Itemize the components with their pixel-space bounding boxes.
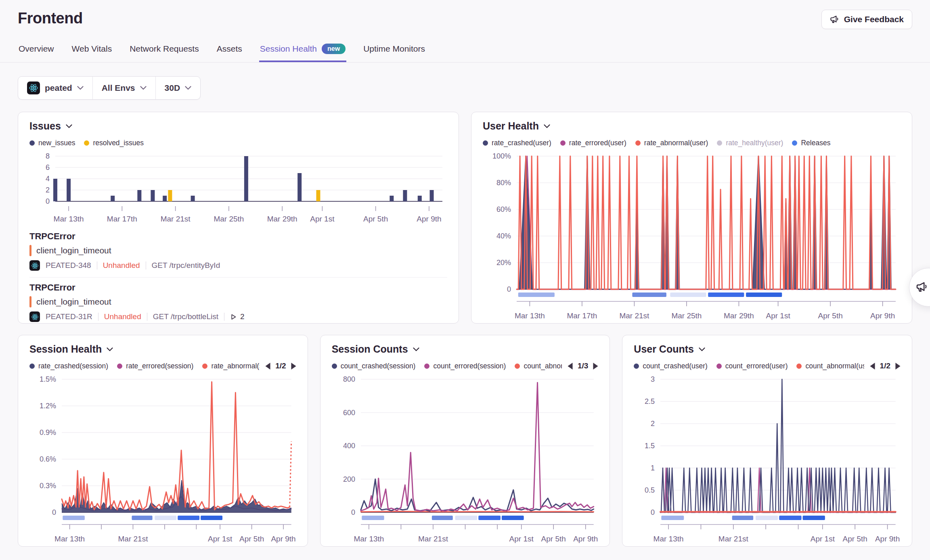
tab-uptime-monitors[interactable]: Uptime Monitors — [362, 40, 426, 62]
user-counts-panel: User Counts count_crashed(user) count_er… — [622, 335, 912, 547]
legend-item-count-abnormal-user[interactable]: count_abnormal(user) — [796, 362, 864, 370]
issues-bar-chart[interactable]: 02468Mar 13thMar 17thMar 21stMar 25thMar… — [29, 150, 447, 226]
svg-text:1.5: 1.5 — [645, 442, 655, 450]
issue-row[interactable]: TRPCError client_login_timeout PEATED-34… — [29, 226, 447, 278]
svg-text:Apr 1st: Apr 1st — [509, 535, 534, 543]
divider — [147, 313, 147, 321]
user-counts-legend: count_crashed(user) count_errored(user) … — [634, 361, 901, 371]
svg-text:Apr 5th: Apr 5th — [363, 215, 388, 223]
project-selector[interactable]: peated — [18, 77, 92, 99]
user-counts-panel-title-dropdown[interactable]: User Counts — [634, 343, 901, 355]
issue-row[interactable]: TRPCError client_login_timeout PEATED-31… — [29, 278, 447, 324]
svg-text:400: 400 — [343, 442, 355, 450]
svg-text:0.6%: 0.6% — [40, 455, 56, 463]
page-filter-bar: peated All Envs 30D — [18, 76, 201, 100]
svg-text:Apr 9th: Apr 9th — [875, 535, 900, 543]
svg-text:100%: 100% — [492, 152, 511, 160]
svg-text:600: 600 — [343, 409, 355, 417]
legend-item-rate-errored-user[interactable]: rate_errored(user) — [560, 139, 626, 147]
series-color-dot — [635, 140, 641, 146]
legend-item-count-errored-session[interactable]: count_errored(session) — [424, 362, 506, 370]
series-color-dot — [84, 140, 89, 146]
legend-item-releases[interactable]: Releases — [792, 139, 830, 147]
legend-item-rate-healthy-user[interactable]: rate_healthy(user) — [717, 139, 783, 147]
issue-transaction: GET /trpc/bottleList — [153, 312, 218, 321]
environment-selector[interactable]: All Envs — [92, 77, 155, 99]
chevron-down-icon — [107, 347, 113, 351]
divider — [224, 313, 224, 321]
svg-text:0.3%: 0.3% — [40, 482, 56, 490]
divider — [146, 261, 146, 270]
tab-bar: Overview Web Vitals Network Requests Ass… — [0, 40, 930, 63]
frontend-insights-page: Frontend Give Feedback Overview Web Vita… — [0, 0, 930, 547]
svg-text:Mar 25th: Mar 25th — [671, 311, 702, 320]
chevron-down-icon — [544, 124, 550, 128]
svg-text:80%: 80% — [496, 179, 511, 187]
give-feedback-button[interactable]: Give Feedback — [821, 10, 912, 29]
environment-selector-value: All Envs — [102, 83, 135, 93]
user-health-panel-title-dropdown[interactable]: User Health — [483, 120, 901, 132]
svg-text:Mar 13th: Mar 13th — [54, 215, 84, 223]
panel-title: User Health — [483, 120, 539, 132]
svg-text:2: 2 — [651, 420, 655, 428]
legend-item-resolved-issues[interactable]: resolved_issues — [84, 139, 143, 147]
pager-next-icon[interactable] — [291, 363, 296, 370]
page-header: Frontend Give Feedback — [18, 0, 912, 29]
pager-next-icon[interactable] — [593, 363, 598, 370]
legend-item-rate-abnormal-user[interactable]: rate_abnormal(user) — [635, 139, 708, 147]
user-counts-line-chart[interactable]: 00.511.522.53Mar 13thMar 21stApr 1stApr … — [634, 374, 901, 546]
tab-assets[interactable]: Assets — [216, 40, 243, 62]
legend-item-rate-crashed-user[interactable]: rate_crashed(user) — [483, 139, 551, 147]
tab-overview[interactable]: Overview — [18, 40, 55, 62]
legend-pager: 1/3 — [568, 361, 598, 370]
issue-type: TRPCError — [29, 282, 447, 293]
new-badge: new — [322, 44, 346, 54]
legend-item-count-crashed-session[interactable]: count_crashed(session) — [332, 362, 416, 370]
svg-text:0: 0 — [46, 197, 50, 205]
issues-panel-title-dropdown[interactable]: Issues — [29, 120, 447, 132]
svg-text:Apr 5th: Apr 5th — [843, 535, 867, 543]
legend-item-new-issues[interactable]: new_issues — [29, 139, 75, 147]
panel-title: Session Health — [29, 343, 102, 355]
series-color-dot — [202, 364, 207, 369]
pager-prev-icon[interactable] — [568, 363, 573, 370]
session-health-panel-title-dropdown[interactable]: Session Health — [29, 343, 296, 355]
legend-item-rate-errored-session[interactable]: rate_errored(session) — [117, 362, 193, 370]
legend-item-count-crashed-user[interactable]: count_crashed(user) — [634, 362, 708, 370]
series-color-dot — [796, 364, 802, 369]
tab-network-requests[interactable]: Network Requests — [129, 40, 200, 62]
date-range-selector[interactable]: 30D — [155, 77, 201, 99]
tab-web-vitals[interactable]: Web Vitals — [71, 40, 113, 62]
issue-short-id: PEATED-348 — [46, 261, 91, 270]
issue-message: client_login_timeout — [36, 246, 111, 255]
legend-item-rate-abnormal-session[interactable]: rate_abnormal(session) — [202, 362, 260, 370]
pager-prev-icon[interactable] — [870, 363, 875, 370]
svg-text:Apr 9th: Apr 9th — [417, 215, 441, 223]
legend-item-rate-crashed-session[interactable]: rate_crashed(session) — [29, 362, 108, 370]
session-health-line-chart[interactable]: 00.3%0.6%0.9%1.2%1.5%Mar 13thMar 21stApr… — [29, 374, 296, 546]
svg-text:Mar 21st: Mar 21st — [619, 311, 649, 320]
svg-text:2: 2 — [46, 186, 50, 194]
unhandled-tag: Unhandled — [104, 312, 141, 321]
chevron-down-icon — [413, 347, 419, 351]
legend-item-count-abnormal-session[interactable]: count_abnormal(session) — [515, 362, 562, 370]
tab-session-health[interactable]: Session Health new — [259, 40, 346, 62]
pager-prev-icon[interactable] — [265, 363, 270, 370]
session-counts-panel-title-dropdown[interactable]: Session Counts — [332, 343, 599, 355]
svg-text:0: 0 — [351, 508, 355, 516]
svg-text:60%: 60% — [496, 205, 511, 213]
error-level-bar — [29, 296, 31, 307]
session-health-panel: Session Health rate_crashed(session) rat… — [18, 335, 308, 547]
user-health-line-chart[interactable]: 020%40%60%80%100%Mar 13thMar 17thMar 21s… — [483, 150, 901, 323]
series-color-dot — [634, 364, 639, 369]
session-counts-line-chart[interactable]: 0200400600800Mar 13thMar 21stApr 1stApr … — [332, 374, 599, 546]
series-color-dot — [716, 364, 722, 369]
svg-text:4: 4 — [46, 175, 50, 183]
series-color-dot — [792, 140, 797, 146]
svg-text:1.5%: 1.5% — [40, 375, 56, 383]
svg-text:Mar 21st: Mar 21st — [161, 215, 191, 223]
panel-title: User Counts — [634, 343, 694, 355]
svg-text:Mar 29th: Mar 29th — [724, 311, 754, 320]
pager-next-icon[interactable] — [895, 363, 901, 370]
legend-item-count-errored-user[interactable]: count_errored(user) — [716, 362, 788, 370]
